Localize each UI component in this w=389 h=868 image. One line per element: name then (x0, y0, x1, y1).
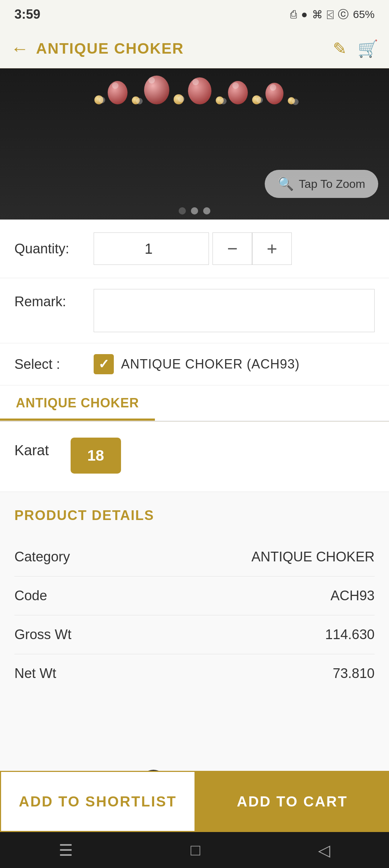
category-key: Category (14, 549, 70, 565)
quantity-label: Quantity: (14, 241, 94, 257)
detail-net-wt: Net Wt 73.810 (14, 654, 375, 693)
bluetooth-icon: ⎙ (290, 8, 297, 21)
header: ← ANTIQUE CHOKER ✎ 🛒 (0, 29, 389, 68)
add-to-shortlist-button[interactable]: ADD TO SHORTLIST (0, 771, 196, 832)
status-icons: ⎙ ● ⌘ ⍃ ⓒ 65% (290, 7, 375, 22)
karat-section: Karat 18 (0, 422, 389, 492)
remark-input[interactable] (94, 289, 375, 332)
status-bar: 3:59 ⎙ ● ⌘ ⍃ ⓒ 65% (0, 0, 389, 29)
code-key: Code (14, 588, 47, 603)
tab-underline (0, 421, 389, 421)
increment-button[interactable]: + (252, 232, 292, 265)
karat-label: Karat (14, 442, 49, 458)
header-title: ANTIQUE CHOKER (36, 40, 333, 57)
code-value: ACH93 (331, 588, 375, 603)
tab-label-1: ANTIQUE CHOKER (16, 395, 139, 410)
select-row: Select : ✓ ANTIQUE CHOKER (ACH93) (0, 343, 389, 385)
detail-code: Code ACH93 (14, 577, 375, 615)
add-to-cart-button[interactable]: ADD TO CART (196, 771, 389, 832)
battery-icon: ⓒ (338, 7, 349, 22)
battery-percent: 65% (353, 8, 375, 21)
wifi-icon: ⌘ (312, 8, 323, 21)
header-actions: ✎ 🛒 (333, 39, 378, 58)
zoom-button[interactable]: 🔍 Tap To Zoom (265, 170, 378, 198)
category-value: ANTIQUE CHOKER (251, 549, 375, 565)
bottom-buttons: ADD TO SHORTLIST ADD TO CART (0, 771, 389, 832)
main-content: Quantity: − + Remark: Select : ✓ ANTIQUE… (0, 220, 389, 813)
net-wt-value: 73.810 (333, 666, 375, 681)
jewelry-decoration (94, 76, 295, 104)
signal-icon: ⍃ (327, 8, 334, 21)
status-time: 3:59 (14, 7, 40, 22)
checkbox-area: ✓ ANTIQUE CHOKER (ACH93) (94, 354, 300, 374)
location-icon: ● (301, 8, 308, 21)
checkbox-label: ANTIQUE CHOKER (ACH93) (121, 357, 300, 372)
net-wt-key: Net Wt (14, 666, 56, 681)
tab-antique-choker[interactable]: ANTIQUE CHOKER (0, 385, 155, 421)
dot-1[interactable] (179, 207, 186, 214)
bottom-nav: ☰ □ ◁ (0, 832, 389, 868)
gross-wt-value: 114.630 (325, 627, 375, 642)
checkbox[interactable]: ✓ (94, 354, 114, 374)
decrement-button[interactable]: − (213, 232, 252, 265)
home-icon[interactable]: □ (191, 841, 200, 859)
product-details-title: PRODUCT DETAILS (14, 508, 375, 523)
gross-wt-key: Gross Wt (14, 627, 71, 642)
tab-header: ANTIQUE CHOKER (0, 385, 389, 421)
spacer (0, 709, 389, 752)
edit-icon[interactable]: ✎ (333, 39, 347, 58)
cart-icon[interactable]: 🛒 (358, 39, 378, 58)
back-nav-icon[interactable]: ◁ (318, 841, 330, 859)
karat-18-button[interactable]: 18 (71, 438, 121, 474)
dot-2[interactable] (191, 207, 198, 214)
select-label: Select : (14, 357, 94, 372)
detail-gross-wt: Gross Wt 114.630 (14, 615, 375, 654)
remark-row: Remark: (0, 278, 389, 343)
menu-icon[interactable]: ☰ (59, 841, 73, 859)
check-icon: ✓ (98, 357, 109, 372)
karat-options: 18 (71, 438, 121, 474)
zoom-icon: 🔍 (278, 176, 294, 191)
detail-category: Category ANTIQUE CHOKER (14, 538, 375, 577)
quantity-input[interactable] (94, 232, 209, 265)
tab-section: ANTIQUE CHOKER (0, 385, 389, 422)
remark-label: Remark: (14, 289, 94, 309)
product-details-section: PRODUCT DETAILS Category ANTIQUE CHOKER … (0, 492, 389, 709)
image-dots (179, 207, 210, 214)
product-image-area: 🔍 Tap To Zoom (0, 68, 389, 220)
quantity-controls: − + (213, 232, 292, 265)
quantity-row: Quantity: − + (0, 220, 389, 278)
back-button[interactable]: ← (11, 38, 29, 59)
zoom-label: Tap To Zoom (299, 177, 365, 191)
dot-3[interactable] (203, 207, 210, 214)
